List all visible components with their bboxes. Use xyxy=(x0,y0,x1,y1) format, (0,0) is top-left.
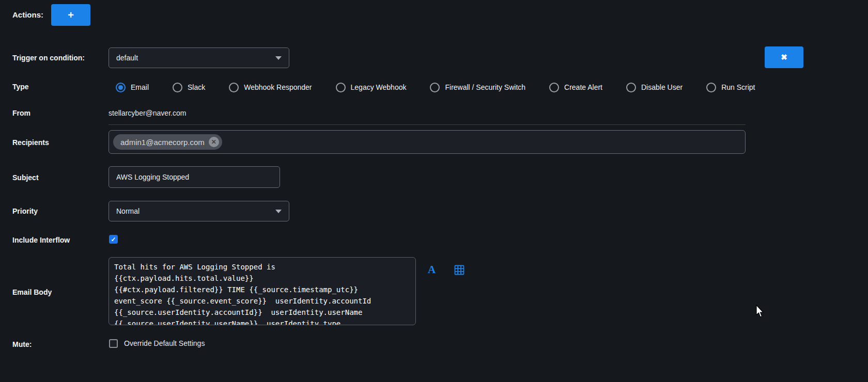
recipients-label: Recipients xyxy=(12,138,49,147)
radio-slack[interactable]: Slack xyxy=(173,83,205,92)
chevron-down-icon xyxy=(275,56,282,60)
radio-firewall-label: Firewall / Security Switch xyxy=(445,83,525,91)
type-radio-group: Email Slack Webhook Responder Legacy Web… xyxy=(116,81,755,93)
recipients-input[interactable]: admin1@acmecorp.com ✕ xyxy=(109,130,746,154)
radio-disable-user-label: Disable User xyxy=(641,83,683,91)
priority-value: Normal xyxy=(116,207,140,215)
radio-selected-icon xyxy=(116,83,126,92)
from-value: stellarcyber@naver.com xyxy=(109,109,186,117)
from-label: From xyxy=(12,109,30,117)
trigger-condition-label: Trigger on condition: xyxy=(12,54,85,62)
subject-input[interactable] xyxy=(109,166,280,188)
priority-select[interactable]: Normal xyxy=(109,201,289,221)
radio-run-script-label: Run Script xyxy=(721,83,755,91)
chevron-down-icon xyxy=(275,210,282,213)
radio-run-script[interactable]: Run Script xyxy=(706,83,755,92)
include-interflow-checkbox[interactable]: ✓ xyxy=(109,235,118,244)
radio-icon xyxy=(626,83,636,92)
radio-icon xyxy=(430,83,440,92)
actions-label: Actions: xyxy=(12,10,43,19)
radio-icon xyxy=(706,83,716,92)
font-format-icon[interactable]: A xyxy=(428,263,436,276)
radio-slack-label: Slack xyxy=(188,83,205,91)
radio-create-alert[interactable]: Create Alert xyxy=(549,83,602,92)
radio-icon xyxy=(229,83,239,92)
radio-icon xyxy=(173,83,182,92)
trigger-condition-value: default xyxy=(116,54,138,62)
radio-legacy-webhook[interactable]: Legacy Webhook xyxy=(336,83,407,92)
divider xyxy=(109,124,746,125)
mute-checkbox[interactable] xyxy=(109,339,118,348)
radio-email-label: Email xyxy=(131,83,149,91)
radio-disable-user[interactable]: Disable User xyxy=(626,83,683,92)
radio-webhook-responder[interactable]: Webhook Responder xyxy=(229,83,312,92)
email-body-textarea[interactable]: Total hits for AWS Logging Stopped is {{… xyxy=(109,257,416,325)
mute-label: Mute: xyxy=(12,340,32,348)
check-icon: ✓ xyxy=(111,236,116,243)
radio-webhook-responder-label: Webhook Responder xyxy=(244,83,312,91)
mouse-cursor xyxy=(756,305,765,318)
table-icon[interactable] xyxy=(454,265,464,275)
plus-icon: + xyxy=(68,9,74,21)
close-icon: ✖ xyxy=(781,53,787,61)
priority-label: Priority xyxy=(12,207,38,215)
mute-checkbox-label: Override Default Settings xyxy=(124,339,205,347)
radio-icon xyxy=(336,83,346,92)
recipient-chip-text: admin1@acmecorp.com xyxy=(120,138,205,147)
radio-firewall-security-switch[interactable]: Firewall / Security Switch xyxy=(430,83,525,92)
radio-legacy-webhook-label: Legacy Webhook xyxy=(351,83,407,91)
trigger-condition-select[interactable]: default xyxy=(109,47,289,68)
subject-label: Subject xyxy=(12,173,39,182)
include-interflow-label: Include Interflow xyxy=(12,236,70,244)
type-label: Type xyxy=(12,83,29,91)
radio-create-alert-label: Create Alert xyxy=(564,83,602,91)
radio-email[interactable]: Email xyxy=(116,83,149,92)
chip-remove-icon[interactable]: ✕ xyxy=(209,137,219,147)
remove-action-button[interactable]: ✖ xyxy=(765,46,803,68)
email-body-toolbar: A xyxy=(428,263,464,276)
recipient-chip: admin1@acmecorp.com ✕ xyxy=(113,134,222,150)
radio-icon xyxy=(549,83,559,92)
add-action-button[interactable]: + xyxy=(51,4,90,26)
email-body-label: Email Body xyxy=(12,288,52,296)
